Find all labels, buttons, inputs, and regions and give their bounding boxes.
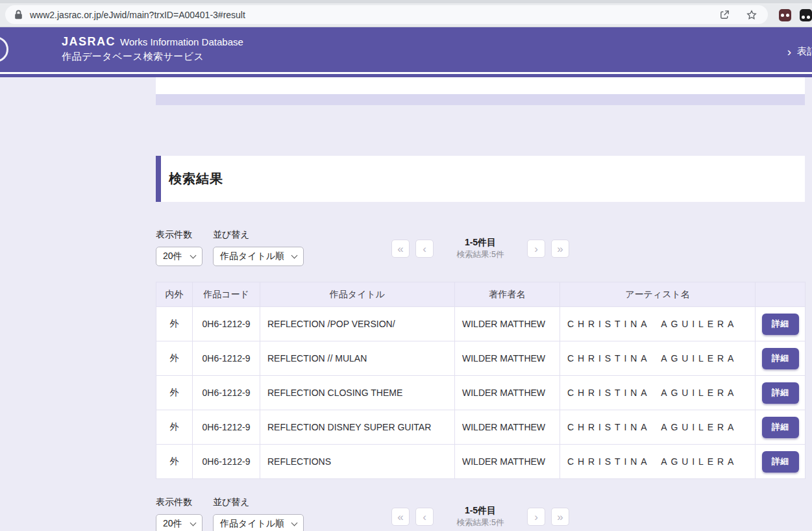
brand-suffix: Works Information Database — [120, 36, 243, 47]
col-header-action — [756, 282, 806, 307]
display-count-value: 20件 — [163, 518, 182, 530]
lock-icon — [14, 10, 23, 19]
site-header: JASRACWorks Information Database 作品データベー… — [0, 27, 812, 72]
cell-author-name: WILDER MATTHEW — [455, 307, 560, 341]
controls-row-bottom: 表示件数 20件 並び替え 作品タイトル順 — [156, 497, 805, 531]
pagination-info: 1-5件目 検索結果:5件 — [444, 505, 517, 528]
cell-work-code: 0H6-1212-9 — [193, 307, 260, 341]
next-page-button[interactable]: › — [527, 508, 545, 526]
results-section-header: 検索結果 — [156, 156, 805, 202]
detail-button[interactable]: 詳細 — [762, 314, 799, 335]
url-bar[interactable]: www2.jasrac.or.jp/eJwid/main?trxID=A0040… — [5, 5, 768, 24]
cell-inout: 外 — [156, 410, 193, 445]
sort-value: 作品タイトル順 — [220, 251, 284, 262]
brand-block: JASRACWorks Information Database 作品データベー… — [62, 36, 243, 61]
cell-author-name: WILDER MATTHEW — [455, 445, 560, 479]
detail-button[interactable]: 詳細 — [762, 451, 799, 473]
cell-work-code: 0H6-1212-9 — [193, 410, 260, 445]
detail-button[interactable]: 詳細 — [762, 348, 799, 369]
content-column: 検索結果 表示件数 20件 並び替え 作品タイトル順 — [156, 77, 805, 531]
nav-link-label: 表記 — [797, 45, 812, 58]
results-table-body: 外 0H6-1212-9 REFLECTION /POP VERSION/ WI… — [156, 307, 806, 479]
last-page-button[interactable]: » — [551, 508, 569, 526]
first-page-icon: « — [397, 243, 403, 254]
pagination-range: 1-5件目 — [444, 237, 517, 249]
first-page-button[interactable]: « — [391, 508, 410, 526]
prev-page-button[interactable]: ‹ — [415, 240, 434, 258]
cell-inout: 外 — [156, 307, 193, 341]
cell-inout: 外 — [156, 341, 193, 376]
sort-value: 作品タイトル順 — [220, 518, 284, 530]
table-row: 外 0H6-1212-9 REFLECTIONS WILDER MATTHEW … — [156, 445, 806, 479]
table-row: 外 0H6-1212-9 REFLECTION DISNEY SUPER GUI… — [156, 410, 806, 445]
chevron-down-icon — [291, 519, 298, 526]
cell-artist-name: CHRISTINA AGUILERA — [560, 376, 756, 410]
cell-work-code: 0H6-1212-9 — [193, 376, 260, 410]
pagination-info: 1-5件目 検索結果:5件 — [444, 237, 517, 260]
pagination-total: 検索結果:5件 — [444, 517, 517, 528]
cell-action: 詳細 — [756, 445, 806, 479]
cell-artist-name: CHRISTINA AGUILERA — [560, 307, 756, 341]
prev-page-icon: ‹ — [423, 512, 426, 523]
first-page-button[interactable]: « — [391, 240, 410, 258]
col-header-title: 作品タイトル — [260, 282, 455, 307]
cell-work-code: 0H6-1212-9 — [193, 445, 260, 479]
previous-panel-bottom — [156, 77, 805, 94]
cell-work-title: REFLECTION // MULAN — [260, 341, 455, 376]
cell-work-code: 0H6-1212-9 — [193, 341, 260, 376]
dark-extension-icon[interactable] — [800, 9, 812, 21]
cell-author-name: WILDER MATTHEW — [455, 376, 560, 410]
sort-select[interactable]: 作品タイトル順 — [213, 514, 304, 531]
url-text[interactable]: www2.jasrac.or.jp/eJwid/main?trxID=A0040… — [30, 10, 245, 20]
page-body: 検索結果 表示件数 20件 並び替え 作品タイトル順 — [0, 77, 812, 531]
detail-button[interactable]: 詳細 — [762, 417, 799, 438]
previous-panel-footer — [156, 94, 805, 105]
cell-work-title: REFLECTIONS — [260, 445, 455, 479]
cell-author-name: WILDER MATTHEW — [455, 410, 560, 445]
pagination-top: « ‹ 1-5件目 検索結果:5件 › » — [391, 237, 569, 260]
display-count-label: 表示件数 — [156, 497, 203, 508]
cell-artist-name: CHRISTINA AGUILERA — [560, 445, 756, 479]
cell-action: 詳細 — [756, 410, 806, 445]
cell-work-title: REFLECTION /POP VERSION/ — [260, 307, 455, 341]
table-row: 外 0H6-1212-9 REFLECTION // MULAN WILDER … — [156, 341, 806, 376]
col-header-code: 作品コード — [193, 282, 260, 307]
cell-action: 詳細 — [756, 307, 806, 341]
share-icon[interactable] — [719, 9, 730, 20]
display-count-value: 20件 — [163, 251, 182, 262]
site-subtitle: 作品データベース検索サービス — [62, 51, 243, 61]
cell-action: 詳細 — [756, 376, 806, 410]
next-page-button[interactable]: › — [527, 240, 545, 258]
pagination-bottom: « ‹ 1-5件目 検索結果:5件 › » — [391, 505, 569, 528]
prev-page-button[interactable]: ‹ — [415, 508, 434, 526]
section-title: 検索結果 — [169, 170, 223, 188]
last-page-icon: » — [557, 512, 563, 523]
chevron-down-icon — [190, 252, 197, 258]
detail-button[interactable]: 詳細 — [762, 382, 799, 404]
cell-action: 詳細 — [756, 341, 806, 376]
star-icon[interactable] — [746, 9, 757, 21]
col-header-inout: 内外 — [156, 282, 193, 307]
prev-page-icon: ‹ — [423, 243, 426, 254]
chevron-down-icon — [190, 519, 197, 526]
next-page-icon: › — [534, 243, 538, 254]
jasrac-logo-arc-icon — [0, 36, 8, 62]
pagination-range: 1-5件目 — [444, 505, 517, 517]
table-row: 外 0H6-1212-9 REFLECTION /POP VERSION/ WI… — [156, 307, 806, 341]
last-page-icon: » — [557, 243, 563, 254]
jasrac-logo[interactable]: JASRAC — [62, 35, 116, 48]
display-count-select[interactable]: 20件 — [156, 514, 203, 531]
mask-extension-icon[interactable] — [779, 9, 791, 21]
header-nav-link[interactable]: › 表記 — [787, 45, 812, 58]
last-page-button[interactable]: » — [551, 240, 569, 258]
results-table-head: 内外 作品コード 作品タイトル 著作者名 アーティスト名 — [156, 282, 806, 307]
display-count-select[interactable]: 20件 — [156, 247, 203, 266]
first-page-icon: « — [397, 512, 403, 523]
sort-select[interactable]: 作品タイトル順 — [213, 247, 304, 266]
browser-window: www2.jasrac.or.jp/eJwid/main?trxID=A0040… — [0, 0, 812, 531]
cell-work-title: REFLECTION CLOSING THEME — [260, 376, 455, 410]
cell-artist-name: CHRISTINA AGUILERA — [560, 410, 756, 445]
sort-label: 並び替え — [213, 229, 304, 241]
table-row: 外 0H6-1212-9 REFLECTION CLOSING THEME WI… — [156, 376, 806, 410]
results-table: 内外 作品コード 作品タイトル 著作者名 アーティスト名 外 0H6-1212-… — [156, 282, 806, 479]
